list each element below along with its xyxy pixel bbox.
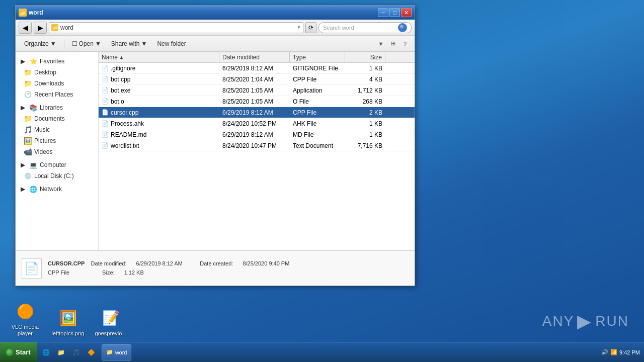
window-title: word — [29, 9, 376, 16]
taskbar-ie-icon[interactable]: 🌐 — [39, 345, 53, 359]
address-bar[interactable]: 📁 word ▼ — [49, 22, 303, 33]
desktop-icon-lefttopics[interactable]: 🖼️ lefttopics.png — [50, 308, 86, 337]
col-header-size[interactable]: Size — [345, 52, 385, 62]
sidebar-music-label: Music — [34, 126, 50, 133]
organize-button[interactable]: Organize ▼ — [20, 37, 61, 50]
disk-icon: 💿 — [24, 172, 32, 180]
status-bar: 📄 CURSOR.CPP Date modified: 6/29/2019 8:… — [16, 250, 415, 286]
new-folder-button[interactable]: New folder — [152, 37, 190, 50]
table-row[interactable]: 📄 bot.cpp 8/25/2020 1:04 AM CPP File 4 K… — [99, 74, 415, 85]
sidebar-item-documents[interactable]: 📁 Documents — [16, 113, 98, 124]
sidebar-item-videos[interactable]: 📹 Videos — [16, 146, 98, 157]
tray-sound-icon[interactable]: 🔊 — [601, 349, 608, 355]
file-name: .gitignore — [111, 65, 135, 72]
col-header-type[interactable]: Type — [290, 52, 345, 62]
file-name: bot.exe — [111, 87, 130, 94]
sidebar-libraries-header[interactable]: ▶ 📚 Libraries — [16, 102, 98, 113]
search-button[interactable]: 🔍 — [398, 23, 407, 32]
status-date-modified-value: 6/29/2019 8:12 AM — [136, 260, 183, 266]
file-icon: 📄 — [102, 131, 109, 138]
sidebar: ▶ ⭐ Favorites 📁 Desktop 📁 Downloads 🕐 — [16, 52, 99, 250]
table-row[interactable]: 📄 README.md 6/29/2019 8:12 AM MD File 1 … — [99, 129, 415, 140]
file-cell-name: 📄 README.md — [99, 129, 219, 140]
tray-network-icon[interactable]: 📶 — [610, 349, 617, 355]
status-filename-row: CURSOR.CPP Date modified: 6/29/2019 8:12… — [48, 259, 297, 268]
sidebar-item-desktop[interactable]: 📁 Desktop — [16, 67, 98, 78]
file-icon: 📄 — [102, 98, 109, 105]
sidebar-local-disk-label: Local Disk (C:) — [34, 172, 74, 179]
goesprevio-label: goesprevio... — [95, 330, 127, 337]
sidebar-network-header[interactable]: ▶ 🌐 Network — [16, 184, 98, 195]
forward-button[interactable]: ▶ — [34, 22, 47, 34]
sidebar-item-pictures[interactable]: 🖼️ Pictures — [16, 135, 98, 146]
minimize-button[interactable]: ─ — [378, 8, 388, 17]
sidebar-desktop-label: Desktop — [34, 69, 56, 76]
start-button[interactable]: Start — [0, 342, 37, 362]
address-dropdown-icon[interactable]: ▼ — [297, 25, 301, 30]
desktop-icon-goesprevio[interactable]: 📝 goesprevio... — [93, 308, 128, 337]
file-name: README.md — [111, 131, 146, 138]
close-button[interactable]: ✕ — [401, 8, 412, 17]
file-cell-name: 📄 bot.o — [99, 96, 219, 107]
taskbar-folder-icon[interactable]: 📁 — [54, 345, 68, 359]
desktop-icon-vlc[interactable]: 🟠 VLC mediaplayer — [8, 302, 43, 337]
desktop-icons: 🟠 VLC mediaplayer 🖼️ lefttopics.png 📝 go… — [8, 302, 128, 337]
sidebar-favorites-header[interactable]: ▶ ⭐ Favorites — [16, 56, 98, 67]
file-cell-size: 1 KB — [345, 63, 385, 73]
taskbar-app-icon[interactable]: 🔶 — [85, 345, 99, 359]
file-cell-date: 8/24/2020 10:47 PM — [219, 140, 290, 151]
col-header-name[interactable]: Name ▲ — [99, 52, 219, 62]
sidebar-item-music[interactable]: 🎵 Music — [16, 124, 98, 135]
file-cell-type: AHK File — [290, 118, 345, 129]
taskbar-explorer-item[interactable]: 📁 word — [102, 344, 132, 360]
sidebar-libraries-label: Libraries — [40, 104, 63, 111]
table-row[interactable]: 📄 bot.o 8/25/2020 1:05 AM O File 268 KB — [99, 96, 415, 107]
file-cell-type: MD File — [290, 129, 345, 140]
table-row[interactable]: 📄 wordlist.txt 8/24/2020 10:47 PM Text D… — [99, 140, 415, 151]
back-button[interactable]: ◀ — [19, 22, 32, 34]
view-preview-button[interactable]: ⊞ — [387, 38, 398, 49]
sidebar-recent-label: Recent Places — [34, 91, 73, 98]
refresh-button[interactable]: ⟳ — [305, 22, 316, 33]
open-button[interactable]: ☐ Open ▼ — [67, 37, 106, 50]
view-dropdown-button[interactable]: ▼ — [375, 38, 386, 49]
file-icon: 📄 — [102, 65, 109, 72]
sidebar-item-local-disk[interactable]: 💿 Local Disk (C:) — [16, 170, 98, 182]
new-folder-label: New folder — [157, 40, 186, 47]
file-cell-name: 📄 Process.ahk — [99, 118, 219, 129]
favorites-section: ▶ ⭐ Favorites 📁 Desktop 📁 Downloads 🕐 — [16, 56, 98, 100]
anyrun-run-text: RUN — [595, 313, 629, 329]
table-row[interactable]: 📄 bot.exe 8/25/2020 1:05 AM Application … — [99, 85, 415, 96]
documents-icon: 📁 — [24, 115, 32, 123]
maximize-button[interactable]: □ — [389, 8, 400, 17]
music-icon: 🎵 — [24, 126, 32, 134]
sidebar-documents-label: Documents — [34, 115, 65, 122]
search-box[interactable]: Search word 🔍 — [318, 22, 412, 33]
taskbar-explorer-label: word — [115, 349, 127, 355]
expand-icon: ▶ — [19, 57, 27, 65]
desktop-folder-icon: 📁 — [24, 68, 32, 76]
explorer-window: 📁 word ─ □ ✕ ◀ ▶ 📁 word ▼ ⟳ Search word … — [15, 5, 415, 286]
sidebar-videos-label: Videos — [34, 148, 52, 155]
table-row[interactable]: 📄 Process.ahk 8/24/2020 10:52 PM AHK Fil… — [99, 118, 415, 129]
status-info: CURSOR.CPP Date modified: 6/29/2019 8:12… — [48, 259, 297, 277]
taskbar-media-icon[interactable]: 🎵 — [69, 345, 84, 359]
view-list-button[interactable]: ≡ — [363, 38, 374, 49]
table-row[interactable]: 📄 cursor.cpp 6/29/2019 8:12 AM CPP File … — [99, 107, 415, 118]
file-cell-date: 6/29/2019 8:12 AM — [219, 107, 290, 118]
file-name: bot.cpp — [111, 76, 130, 83]
sidebar-item-recent[interactable]: 🕐 Recent Places — [16, 89, 98, 100]
file-cell-size: 4 KB — [345, 74, 385, 84]
col-header-date[interactable]: Date modified — [219, 52, 290, 62]
share-label: Share with — [111, 40, 140, 47]
file-cell-size: 2 KB — [345, 107, 385, 118]
toolbar-separator-1 — [64, 39, 64, 49]
status-size-value: 1.12 KB — [124, 269, 144, 276]
sidebar-computer-header[interactable]: ▶ 💻 Computer — [16, 159, 98, 170]
table-row[interactable]: 📄 .gitignore 6/29/2019 8:12 AM GITIGNORE… — [99, 63, 415, 74]
vlc-label: VLC mediaplayer — [12, 324, 39, 337]
share-button[interactable]: Share with ▼ — [107, 37, 152, 50]
file-cell-name: 📄 .gitignore — [99, 63, 219, 73]
sidebar-item-downloads[interactable]: 📁 Downloads — [16, 78, 98, 89]
help-button[interactable]: ? — [399, 38, 411, 49]
